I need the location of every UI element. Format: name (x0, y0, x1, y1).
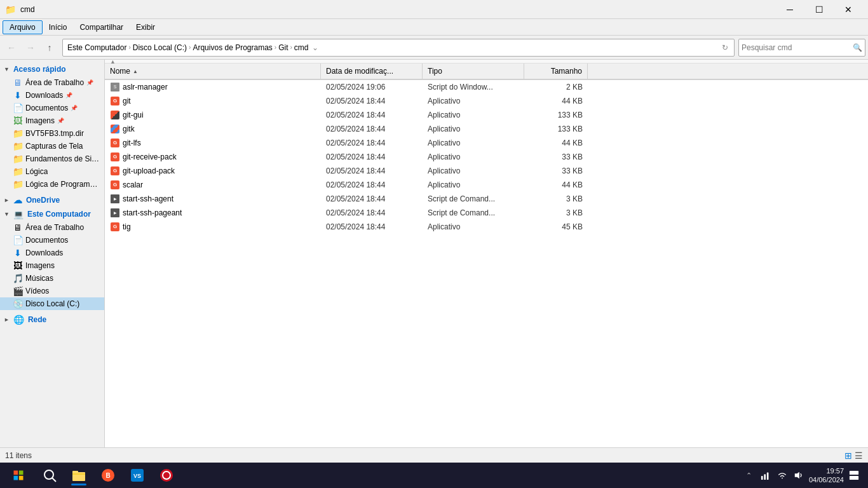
folder-icon: 📁 (13, 179, 23, 189)
network-icon: 🌐 (13, 315, 24, 325)
path-cmd[interactable]: cmd (292, 43, 311, 53)
downloads-icon: ⬇ (13, 248, 23, 258)
sidebar-this-computer[interactable]: ▼ 💻 Este Computador (0, 207, 104, 221)
address-bar[interactable]: Este Computador › Disco Local (C:) › Arq… (62, 39, 735, 57)
menu-compartilhar[interactable]: Compartilhar (73, 20, 130, 34)
file-list: S aslr-manager 02/05/2024 19:06 Script d… (105, 80, 868, 447)
view-list-icon[interactable]: ⊞ (844, 451, 852, 461)
minimize-button[interactable]: ─ (775, 0, 804, 19)
file-icon: S (110, 82, 120, 92)
sidebar-item-bvt[interactable]: 📁 BVT5FB3.tmp.dir (0, 127, 104, 140)
tray-arrow[interactable]: ⌃ (743, 469, 756, 482)
file-icon: G (110, 222, 120, 232)
sidebar-item-videos[interactable]: 🎬 Vídeos (0, 285, 104, 297)
menu-exibir[interactable]: Exibir (130, 20, 161, 34)
table-row[interactable]: G git-lfs 02/05/2024 18:44 Aplicativo 44… (105, 136, 868, 150)
col-header-name[interactable]: Nome (105, 64, 321, 79)
table-row[interactable]: G git-upload-pack 02/05/2024 18:44 Aplic… (105, 164, 868, 178)
svg-text:VS: VS (133, 473, 141, 479)
sidebar-item-downloads-quick[interactable]: ⬇ Downloads 📌 (0, 89, 104, 102)
folder-icon: 📁 (13, 141, 23, 151)
search-bar[interactable]: 🔍 (738, 39, 865, 57)
sidebar-network[interactable]: ► 🌐 Rede (0, 313, 104, 327)
table-row[interactable]: gitk 02/05/2024 18:44 Aplicativo 133 KB (105, 122, 868, 136)
table-row[interactable]: S aslr-manager 02/05/2024 19:06 Script d… (105, 80, 868, 94)
svg-rect-6 (72, 472, 85, 481)
sidebar-item-music[interactable]: 🎵 Músicas (0, 272, 104, 285)
sidebar-item-docs-pc[interactable]: 📄 Documentos (0, 234, 104, 247)
video-icon: 🎬 (13, 286, 23, 296)
network-label: Rede (28, 315, 46, 324)
path-computer[interactable]: Este Computador (65, 43, 128, 53)
toolbar: ← → ↑ Este Computador › Disco Local (C:)… (0, 36, 868, 60)
table-row[interactable]: G scalar 02/05/2024 18:44 Aplicativo 44 … (105, 178, 868, 192)
taskbar-brave[interactable]: B (94, 464, 122, 487)
sidebar-item-fundamentos[interactable]: 📁 Fundamentos de Si… (0, 152, 104, 165)
refresh-button[interactable]: ↻ (719, 43, 731, 52)
sidebar-item-capturas[interactable]: 📁 Capturas de Tela (0, 140, 104, 152)
up-button[interactable]: ↑ (41, 39, 58, 57)
sidebar-item-disk-c[interactable]: 💿 Disco Local (C:) (0, 297, 104, 310)
taskbar-vscode[interactable]: VS (123, 464, 151, 487)
menu-arquivo[interactable]: Arquivo (3, 20, 43, 34)
path-programas[interactable]: Arquivos de Programas (191, 43, 274, 53)
desktop-icon: 🖥 (13, 78, 23, 88)
sidebar-item-desktop-pc[interactable]: 🖥 Área de Trabalho (0, 221, 104, 234)
sidebar-item-downloads-pc[interactable]: ⬇ Downloads (0, 247, 104, 259)
forward-button[interactable]: → (22, 39, 39, 57)
search-icon[interactable]: 🔍 (853, 43, 862, 52)
folder-icon: 📁 (13, 154, 23, 164)
taskbar-search[interactable] (36, 464, 64, 487)
images-icon: 🖼 (13, 116, 23, 126)
sidebar-item-images-quick[interactable]: 🖼 Imagens 📌 (0, 114, 104, 127)
table-row[interactable]: ▶ start-ssh-pageant 02/05/2024 18:44 Scr… (105, 206, 868, 220)
status-bar: 11 itens ⊞ ☰ (0, 447, 868, 463)
taskbar-opera[interactable] (153, 464, 180, 487)
sidebar-item-images-pc[interactable]: 🖼 Imagens (0, 259, 104, 272)
svg-marker-17 (795, 472, 799, 479)
menu-inicio[interactable]: Início (43, 20, 74, 34)
address-dropdown[interactable]: ⌄ (311, 43, 320, 52)
path-disk[interactable]: Disco Local (C:) (131, 43, 189, 53)
sidebar-item-docs-quick[interactable]: 📄 Documentos 📌 (0, 102, 104, 114)
file-list-header: Nome Data de modificaç... Tipo Tamanho (105, 64, 868, 80)
col-header-size[interactable]: Tamanho (524, 64, 588, 79)
table-row[interactable]: G git-receive-pack 02/05/2024 18:44 Apli… (105, 150, 868, 164)
music-icon: 🎵 (13, 273, 23, 283)
view-details-icon[interactable]: ☰ (855, 451, 863, 461)
svg-rect-1 (19, 471, 24, 475)
downloads-icon: ⬇ (13, 90, 23, 100)
sidebar-quick-access[interactable]: ▼ Acesso rápido (0, 62, 104, 76)
table-row[interactable]: ▶ start-ssh-agent 02/05/2024 18:44 Scrip… (105, 192, 868, 206)
file-icon: G (110, 152, 120, 162)
back-button[interactable]: ← (3, 39, 20, 57)
images-icon: 🖼 (13, 261, 23, 271)
table-row[interactable]: G tig 02/05/2024 18:44 Aplicativo 45 KB (105, 220, 868, 234)
tray-notification[interactable] (848, 469, 860, 482)
col-header-type[interactable]: Tipo (423, 64, 524, 79)
file-icon: G (110, 166, 120, 176)
tray-wifi[interactable] (776, 469, 789, 482)
start-button[interactable] (3, 464, 34, 487)
table-row[interactable]: G git 02/05/2024 18:44 Aplicativo 44 KB (105, 94, 868, 108)
sidebar-onedrive[interactable]: ► ☁ OneDrive (0, 193, 104, 207)
sidebar-item-logica-prog[interactable]: 📁 Lógica de Programaç… (0, 178, 104, 191)
close-button[interactable]: ✕ (834, 0, 863, 19)
svg-rect-14 (761, 476, 763, 480)
clock[interactable]: 19:57 04/06/2024 (809, 466, 844, 485)
svg-rect-15 (764, 474, 766, 480)
col-header-date[interactable]: Data de modificaç... (321, 64, 423, 79)
onedrive-icon: ☁ (13, 195, 22, 205)
tray-network[interactable] (759, 469, 772, 482)
search-input[interactable] (742, 43, 853, 52)
sidebar-item-logica[interactable]: 📁 Lógica (0, 165, 104, 178)
file-icon: G (110, 96, 120, 106)
tray-speaker[interactable] (792, 469, 805, 482)
path-git[interactable]: Git (276, 43, 290, 53)
docs-icon: 📄 (13, 235, 23, 245)
desktop-icon: 🖥 (13, 222, 23, 233)
sidebar-item-desktop-quick[interactable]: 🖥 Área de Trabalho 📌 (0, 76, 104, 89)
maximize-button[interactable]: ☐ (804, 0, 834, 19)
table-row[interactable]: git-gui 02/05/2024 18:44 Aplicativo 133 … (105, 108, 868, 122)
taskbar-file-explorer[interactable] (65, 464, 93, 487)
